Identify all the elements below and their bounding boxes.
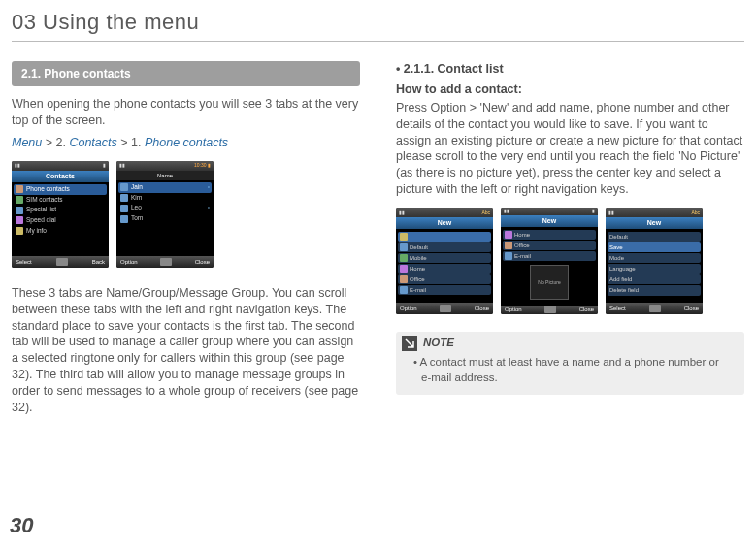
page-header: 03 Using the menu bbox=[12, 0, 744, 42]
softkey-center-icon bbox=[649, 305, 661, 312]
path-sep2: > 1. bbox=[117, 136, 145, 149]
no-picture-label: No Picture bbox=[538, 279, 560, 286]
subsection-heading: • 2.1.1. Contact list bbox=[396, 61, 744, 78]
screen-body: Default Mobile Home Office E-mail bbox=[396, 229, 493, 303]
status-bar: ▮▮10:30 ▮ bbox=[116, 161, 214, 171]
field-row: Default bbox=[608, 232, 701, 242]
no-picture-box: No Picture bbox=[530, 265, 569, 300]
field-row: E-mail bbox=[398, 285, 491, 295]
field-row: Save bbox=[608, 242, 701, 252]
field-row: Home bbox=[398, 264, 491, 274]
status-bar: ▮▮▮ bbox=[12, 161, 109, 171]
chapter-title: 03 Using the menu bbox=[12, 10, 744, 35]
field-row: Office bbox=[503, 241, 596, 250]
softkey-left: Select bbox=[609, 305, 626, 312]
list-item: Kim bbox=[118, 193, 212, 204]
softkey-center-icon bbox=[544, 306, 556, 313]
path-sep1: > 2. bbox=[42, 136, 69, 149]
field-row: Language bbox=[608, 264, 701, 274]
softkey-bar: Option Close bbox=[396, 303, 493, 314]
note-label: NOTE bbox=[423, 336, 454, 351]
field-label: Office bbox=[514, 242, 530, 249]
field-label: Home bbox=[514, 231, 530, 239]
softkey-center-icon bbox=[440, 305, 451, 312]
right-screenshots-row: ▮▮Abc New Default Mobile Home Office E-m… bbox=[396, 208, 744, 314]
sim-icon: ▫ bbox=[208, 183, 210, 192]
note-header: NOTE bbox=[396, 332, 744, 353]
field-icon bbox=[400, 275, 408, 283]
how-to-paragraph: Press Option > 'New' and add name, phone… bbox=[396, 100, 744, 198]
list-label: Phone contacts bbox=[26, 185, 70, 194]
path-contacts: Contacts bbox=[69, 136, 116, 149]
phone-screenshot-new-contact-top: ▮▮Abc New Default Mobile Home Office E-m… bbox=[396, 208, 493, 314]
field-icon bbox=[400, 233, 408, 241]
field-label: Office bbox=[410, 275, 425, 283]
menu-path: Menu > 2. Contacts > 1. Phone contacts bbox=[12, 135, 360, 151]
screen-body: Jain▫ Kim Leo▫ Tom bbox=[116, 180, 214, 256]
field-icon bbox=[400, 254, 408, 262]
left-screenshots-row: ▮▮▮ Contacts Phone contacts SIM contacts… bbox=[12, 161, 360, 268]
list-item: Leo▫ bbox=[118, 203, 212, 213]
softkey-bar: Select Close bbox=[606, 303, 703, 314]
list-item: My info bbox=[14, 226, 107, 237]
phone-screenshot-contact-list: ▮▮10:30 ▮ Name Jain▫ Kim Leo▫ Tom Option… bbox=[116, 161, 214, 268]
screen-body: Phone contacts SIM contacts Special list… bbox=[12, 182, 109, 256]
page-number: 30 bbox=[10, 513, 33, 538]
screen-body: Default Save Mode Language Add field Del… bbox=[606, 229, 703, 303]
softkey-left: Option bbox=[505, 306, 522, 313]
list-icon bbox=[16, 185, 23, 193]
softkey-right: Close bbox=[195, 258, 210, 266]
screen-title: New bbox=[501, 215, 598, 227]
phone-screenshot-contacts-menu: ▮▮▮ Contacts Phone contacts SIM contacts… bbox=[12, 161, 109, 268]
screen-title: Contacts bbox=[12, 171, 109, 182]
softkey-bar: Option Close bbox=[501, 306, 598, 314]
list-label: Kim bbox=[131, 194, 142, 203]
note-arrow-icon bbox=[402, 336, 417, 351]
field-icon bbox=[505, 252, 512, 260]
field-icon bbox=[505, 231, 512, 239]
field-label: Mode bbox=[609, 254, 624, 262]
contact-icon bbox=[120, 183, 128, 191]
list-item: Jain▫ bbox=[118, 182, 212, 193]
list-item: Speed dial bbox=[14, 215, 107, 226]
field-icon bbox=[400, 243, 408, 251]
softkey-left: Option bbox=[400, 305, 417, 312]
right-column: • 2.1.1. Contact list How to add a conta… bbox=[378, 61, 744, 422]
softkey-left: Select bbox=[16, 258, 32, 266]
contact-icon bbox=[120, 194, 128, 202]
status-bar: ▮▮Abc bbox=[396, 208, 493, 217]
list-label: Speed dial bbox=[26, 216, 56, 225]
screen-body: Home Office E-mail No Picture bbox=[501, 227, 598, 306]
field-row: Default bbox=[398, 242, 491, 252]
list-label: SIM contacts bbox=[26, 196, 63, 205]
field-icon bbox=[400, 286, 408, 294]
sim-icon: ▫ bbox=[208, 204, 210, 212]
phone-screenshot-new-contact-options: ▮▮Abc New Default Save Mode Language Add… bbox=[606, 208, 703, 314]
list-label: My info bbox=[26, 227, 47, 236]
field-row: Office bbox=[398, 274, 491, 284]
field-label: Add field bbox=[609, 275, 632, 283]
content-columns: 2.1. Phone contacts When opening the pho… bbox=[0, 42, 756, 422]
softkey-bar: Select Back bbox=[12, 256, 109, 268]
list-item: SIM contacts bbox=[14, 195, 107, 206]
field-icon bbox=[505, 242, 512, 249]
softkey-center-icon bbox=[160, 258, 172, 266]
field-label: Delete field bbox=[609, 286, 639, 294]
field-label: Language bbox=[609, 265, 636, 273]
field-row bbox=[398, 232, 491, 242]
field-label: Home bbox=[410, 265, 425, 273]
field-icon bbox=[400, 265, 408, 273]
screen-title: New bbox=[396, 217, 493, 229]
field-label: Mobile bbox=[410, 254, 427, 262]
field-row: Mobile bbox=[398, 253, 491, 263]
field-row: Delete field bbox=[608, 285, 701, 295]
softkey-center-icon bbox=[56, 258, 68, 266]
explanation-paragraph: These 3 tabs are Name/Group/Message Grou… bbox=[12, 285, 360, 416]
tab-bar: Name bbox=[116, 171, 214, 180]
list-icon bbox=[16, 216, 23, 224]
field-label: Default bbox=[609, 233, 628, 241]
status-bar: ▮▮▮ bbox=[501, 208, 598, 215]
list-label: Jain bbox=[131, 183, 143, 192]
list-item: Special list bbox=[14, 205, 107, 215]
note-box: NOTE • A contact must at least have a na… bbox=[396, 332, 744, 395]
